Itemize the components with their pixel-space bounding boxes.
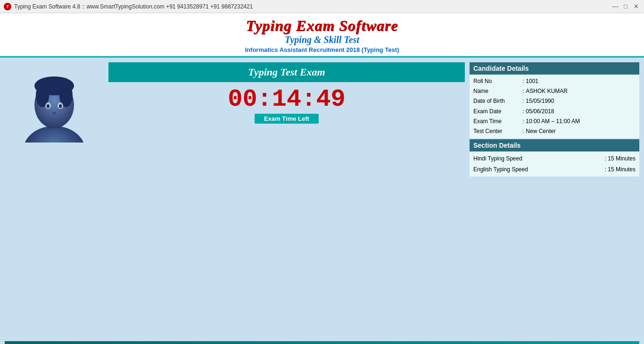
hindi-typing-row: Hindi Typing Speed : 15 Minutes [473,153,636,164]
exam-time-label: Exam Time [473,117,520,126]
exam-time-left-label: Exam Time Left [255,114,319,124]
dob-label: Date of Birth [473,97,520,106]
center-panel: Typing Test Exam 00:14:49 Exam Time Left [108,62,465,336]
dob-value: 15/05/1990 [526,97,554,106]
exam-date-row: Exam Date : 05/06/2018 [473,107,636,117]
svg-point-10 [52,112,56,115]
exam-time-value: 10:00 AM – 11:00 AM [526,117,580,126]
test-center-label: Test Center [473,127,520,136]
app-title: Typing Exam Software [0,17,644,34]
roll-no-value: 1001 [526,77,538,86]
section-title-bar: SECTION : Final Hindi Typing Speed [5,341,639,344]
svg-point-8 [47,104,50,108]
avatar [17,62,92,143]
english-typing-row: English Typing Speed : 15 Minutes [473,164,636,175]
minimize-button[interactable]: — [611,2,619,11]
main-content: Typing Test Exam 00:14:49 Exam Time Left… [0,58,644,341]
dob-row: Date of Birth : 15/05/1990 [473,96,636,106]
exam-date-label: Exam Date [473,107,520,116]
hindi-typing-value: : 15 Minutes [605,154,636,163]
english-typing-value: : 15 Minutes [605,165,636,174]
svg-point-0 [24,126,85,143]
titlebar-left: T Typing Exam Software 4.8 :: www.SmartT… [4,3,253,10]
name-label: Name [473,87,520,96]
roll-no-row: Roll No : 1001 [473,76,636,86]
app-description: Informatics Assistant Recruitment 2018 (… [0,46,644,53]
typing-test-header: Typing Test Exam [108,62,465,82]
hindi-typing-label: Hindi Typing Speed [473,154,522,163]
titlebar: T Typing Exam Software 4.8 :: www.SmartT… [0,0,644,13]
titlebar-title: Typing Exam Software 4.8 :: www.SmartTyp… [14,3,253,10]
name-row: Name : ASHOK KUMAR [473,86,636,96]
app-header: Typing Exam Software Typing & Skill Test… [0,13,644,58]
test-center-row: Test Center : New Center [473,126,636,136]
svg-point-9 [59,104,62,108]
app-subtitle: Typing & Skill Test [0,34,644,45]
candidate-details-header: Candidate Details [470,62,639,75]
name-value: ASHOK KUMAR [526,87,568,96]
left-panel [5,62,104,336]
exam-time-row: Exam Time : 10:00 AM – 11:00 AM [473,117,636,126]
english-typing-label: English Typing Speed [473,165,528,174]
app-icon: T [4,3,11,10]
titlebar-controls: — □ ✕ [611,2,640,11]
timer-display: 00:14:49 [108,87,465,112]
timer-container: 00:14:49 Exam Time Left [108,85,465,126]
candidate-details-body: Roll No : 1001 Name : ASHOK KUMAR Date o… [470,75,639,138]
close-button[interactable]: ✕ [632,2,640,11]
test-center-value: New Center [526,127,555,136]
right-panel: Candidate Details Roll No : 1001 Name : … [470,62,639,336]
bottom-content: SECTION : Final Hindi Typing Speed Read … [0,341,644,344]
section-details-header: Section Details [470,139,639,151]
maximize-button[interactable]: □ [621,2,630,11]
roll-no-label: Roll No [473,77,520,86]
section-details-body: Hindi Typing Speed : 15 Minutes English … [470,151,639,176]
exam-date-value: 05/06/2018 [526,107,554,116]
